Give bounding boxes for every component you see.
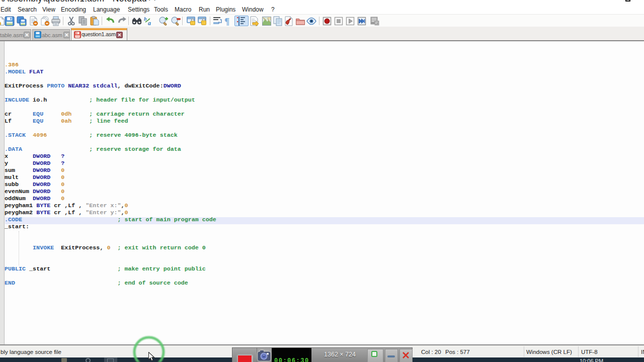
svg-text:¶: ¶ <box>224 16 229 26</box>
svg-text:a: a <box>148 20 151 26</box>
svg-text:b: b <box>144 16 147 22</box>
